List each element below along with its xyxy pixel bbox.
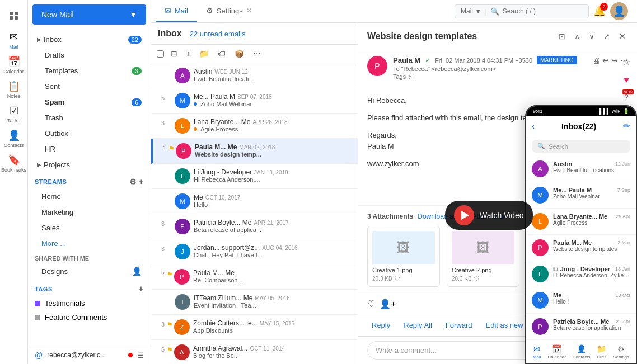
attachment-card[interactable]: 🖼 Creative 1.png 20.3 KB 🛡 [367, 226, 440, 287]
attachment-card[interactable]: 🖼 Creative 2.png 20.3 KB 🛡 [447, 226, 519, 287]
mobile-tab-mail[interactable]: ✉ Mail [533, 344, 541, 360]
edit-as-new-button[interactable]: Edit as new [481, 319, 528, 332]
mobile-email-item[interactable]: M Me 10 Oct Hello ! [526, 287, 636, 314]
mobile-tab-calendar[interactable]: 📅 Calendar [547, 344, 565, 360]
email-list-item[interactable]: I ITTeam Zillum... Me MAY 05, 2016 Event… [151, 290, 358, 315]
sidebar-item-drafts[interactable]: Drafts [30, 48, 148, 63]
tag-testimonials[interactable]: Testimonials [28, 296, 151, 310]
sidebar-item-sales[interactable]: Sales [30, 220, 148, 235]
forward-icon[interactable]: ↪ [611, 56, 618, 65]
open-new-window-icon[interactable]: ⤢ [601, 30, 612, 43]
email-list-item[interactable]: 3 L Lana Bryante... Me APR 26, 2018 Agil… [151, 114, 358, 139]
like-icon[interactable]: ♡ [367, 299, 375, 309]
email-subject: Hi Rebecca Anderson,... [194, 176, 352, 183]
sidebar-item-marketing[interactable]: Marketing [30, 205, 148, 220]
select-all-checkbox[interactable] [157, 50, 164, 58]
email-list-item[interactable]: 1 ⚑ P Paula M... Me MAR 02, 2018 Website… [151, 139, 358, 164]
close-detail-icon[interactable]: ✕ [617, 30, 628, 43]
mobile-email-item[interactable]: A Austin 12 Jun Fwd: Beautiful Locations [526, 156, 636, 182]
mobile-email-item[interactable]: P Paula M... Me 2 Mar Website design tem… [526, 235, 636, 261]
email-list-item[interactable]: 3 J Jordan... support@z... AUG 04, 2016 … [151, 239, 358, 264]
forward-button[interactable]: Forward [441, 319, 477, 332]
mobile-email-item[interactable]: P Patricia Boyle... Me 21 Apr Beta relea… [526, 314, 636, 340]
email-list-item[interactable]: A Austin WED JUN 12 Fwd: Beautiful locat… [151, 63, 358, 88]
reply-all-button[interactable]: Reply All [399, 319, 437, 332]
attachment-size: 20.3 KB 🛡 [372, 276, 435, 282]
sidebar-menu-icon[interactable]: ☰ [137, 351, 144, 360]
meta-to: To "Rebecca" <rebecca@zylker.com> [393, 65, 587, 72]
prev-email-icon[interactable]: ∧ [572, 30, 582, 43]
play-button[interactable] [454, 205, 474, 225]
tag-feature-comments[interactable]: Feature Comments [28, 310, 151, 324]
sidebar-item-trash[interactable]: Trash [30, 110, 148, 125]
sidebar-item-templates[interactable]: Templates 3 [30, 63, 148, 78]
notification-bell[interactable]: 🔔 2 [593, 5, 606, 17]
search-input[interactable] [503, 7, 570, 15]
help-icon[interactable]: ? NEW [620, 91, 633, 104]
mobile-tab-settings[interactable]: ⚙ Settings [613, 344, 629, 360]
email-list-item[interactable]: L Li Jung - Developer JAN 18, 2018 Hi Re… [151, 164, 358, 189]
flag-icon: ⚑ [167, 346, 173, 354]
user-avatar[interactable]: 👤 [610, 2, 628, 20]
add-user-icon[interactable]: 👤+ [380, 299, 396, 309]
streams-settings-icon[interactable]: ⚙ [129, 177, 137, 186]
search-bar[interactable]: Mail ▼ | 🔍 [455, 4, 589, 18]
email-list-item[interactable]: 3 P Patricia Boyle... Me APR 21, 2017 Be… [151, 214, 358, 239]
email-list-item[interactable]: 5 M Me... Paula M SEP 07, 2018 Zoho Mail… [151, 88, 358, 114]
tab-settings[interactable]: ⚙ Settings ✕ [197, 1, 261, 22]
more-button[interactable]: ⋯ [251, 48, 263, 59]
email-list-item[interactable]: M Me OCT 10, 2017 Hello ! [151, 189, 358, 214]
print-icon[interactable]: 🖨 [592, 56, 600, 65]
star-icon[interactable]: ☆ [620, 54, 633, 69]
mobile-email-item[interactable]: M Me... Paula M 7 Sep Zoho Mail Webinar [526, 182, 636, 209]
email-list-item[interactable]: 3 ⚑ Z Zombie Cutters... le... MAY 15, 20… [151, 315, 358, 340]
mobile-date: 10 Oct [615, 292, 630, 298]
sidebar-item-home[interactable]: Home [30, 189, 148, 204]
reply-icon[interactable]: ↩ [602, 56, 609, 65]
app-icon-tasks[interactable]: ☑ Tasks [3, 103, 25, 125]
reply-button[interactable]: Reply [367, 319, 395, 332]
app-icon-calendar[interactable]: 📅 Calendar [3, 54, 25, 76]
email-items: A Austin WED JUN 12 Fwd: Beautiful locat… [151, 63, 358, 364]
new-mail-button[interactable]: New Mail ▼ [32, 4, 146, 25]
sidebar-item-spam[interactable]: Spam 6 [30, 94, 148, 110]
search-source[interactable]: Mail ▼ [461, 7, 481, 15]
mobile-compose-icon[interactable]: ✏ [623, 121, 630, 131]
sidebar-item-designs[interactable]: Designs 👤 [30, 263, 148, 279]
sidebar-item-inbox[interactable]: ▶ Inbox 22 [30, 32, 148, 47]
app-icon-grid[interactable] [3, 4, 25, 27]
folder-button[interactable]: 📁 [197, 48, 211, 59]
sidebar-item-outbox[interactable]: Outbox [30, 126, 148, 141]
next-email-icon[interactable]: ∨ [587, 30, 597, 43]
sidebar-item-more[interactable]: More ... [30, 236, 148, 251]
mobile-back-icon[interactable]: ‹ [532, 121, 535, 131]
email-date: JAN 18, 2018 [254, 169, 288, 176]
email-list-item[interactable]: 2 ⚑ P Paula M... Me Re. Comparison... [151, 264, 358, 290]
app-icon-bookmarks[interactable]: 🔖 Bookmarks [3, 152, 25, 174]
sidebar-item-projects[interactable]: ▶ Projects [30, 157, 148, 172]
mobile-subject: Hello ! [553, 299, 630, 305]
expand-icon[interactable]: ⊡ [556, 30, 568, 43]
mobile-search-bar[interactable]: 🔍 Search [532, 140, 630, 153]
app-icon-notes[interactable]: 📋 Notes [3, 78, 25, 101]
close-tab-icon[interactable]: ✕ [246, 7, 252, 15]
mobile-tab-contacts[interactable]: 👤 Contacts [573, 344, 591, 360]
tag-button[interactable]: 🏷 [216, 48, 228, 59]
sort-button[interactable]: ↕ [184, 48, 193, 59]
mobile-tab-files[interactable]: 📁 Files [597, 344, 606, 360]
mobile-email-item[interactable]: L Lana Bryante... Me 26 Apr Agile Proces… [526, 209, 636, 235]
archive-button[interactable]: 📦 [232, 48, 246, 59]
email-list-item[interactable]: 6 ⚑ A Amritha Agrawal... OCT 11, 2014 Bl… [151, 340, 358, 364]
mobile-email-item[interactable]: L Li Jung - Developer 18 Jan Hi Rebecca … [526, 261, 636, 287]
filter-button[interactable]: ⊟ [168, 48, 180, 59]
heart-icon[interactable]: ♥ [620, 73, 633, 87]
sidebar-item-hr[interactable]: HR [30, 141, 148, 157]
watch-video-overlay[interactable]: Watch Video [445, 201, 533, 230]
streams-add-icon[interactable]: + [139, 177, 144, 186]
sidebar-item-sent[interactable]: Sent [30, 79, 148, 94]
app-icon-mail[interactable]: ✉ Mail [3, 29, 25, 51]
add-tag-button[interactable]: + [138, 284, 144, 294]
mobile-date: 12 Jun [615, 161, 630, 167]
app-icon-contacts[interactable]: 👤 Contacts [3, 127, 25, 150]
tab-mail[interactable]: ✉ Mail [156, 1, 197, 22]
